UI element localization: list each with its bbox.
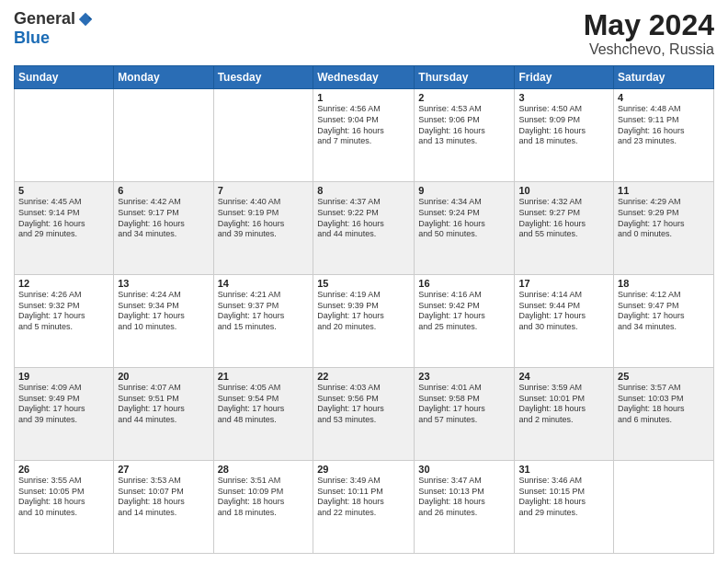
day-number: 29: [317, 464, 410, 475]
day-info: Sunrise: 3:49 AM Sunset: 10:11 PM Daylig…: [317, 476, 410, 519]
day-info: Sunrise: 4:07 AM Sunset: 9:51 PM Dayligh…: [118, 383, 209, 426]
day-number: 20: [118, 371, 209, 382]
day-number: 31: [518, 464, 609, 475]
col-thursday: Thursday: [415, 66, 515, 89]
day-info: Sunrise: 4:03 AM Sunset: 9:56 PM Dayligh…: [317, 383, 410, 426]
calendar-cell: 16Sunrise: 4:16 AM Sunset: 9:42 PM Dayli…: [415, 275, 515, 368]
day-info: Sunrise: 4:16 AM Sunset: 9:42 PM Dayligh…: [418, 290, 510, 333]
day-info: Sunrise: 4:21 AM Sunset: 9:37 PM Dayligh…: [218, 290, 310, 333]
calendar-cell: 2Sunrise: 4:53 AM Sunset: 9:06 PM Daylig…: [415, 89, 515, 182]
calendar-cell: 25Sunrise: 3:57 AM Sunset: 10:03 PM Dayl…: [614, 368, 714, 461]
calendar-cell: 21Sunrise: 4:05 AM Sunset: 9:54 PM Dayli…: [213, 368, 313, 461]
day-info: Sunrise: 4:24 AM Sunset: 9:34 PM Dayligh…: [118, 290, 209, 333]
calendar-header-row: Sunday Monday Tuesday Wednesday Thursday…: [15, 66, 714, 89]
day-number: 15: [317, 278, 410, 289]
calendar-cell: 10Sunrise: 4:32 AM Sunset: 9:27 PM Dayli…: [515, 182, 614, 275]
day-info: Sunrise: 4:37 AM Sunset: 9:22 PM Dayligh…: [317, 197, 410, 240]
calendar-cell: 1Sunrise: 4:56 AM Sunset: 9:04 PM Daylig…: [313, 89, 415, 182]
day-info: Sunrise: 4:05 AM Sunset: 9:54 PM Dayligh…: [218, 383, 310, 426]
calendar-week-row: 1Sunrise: 4:56 AM Sunset: 9:04 PM Daylig…: [15, 89, 714, 182]
day-info: Sunrise: 4:45 AM Sunset: 9:14 PM Dayligh…: [18, 197, 109, 240]
day-info: Sunrise: 3:47 AM Sunset: 10:13 PM Daylig…: [418, 476, 510, 519]
calendar-cell: 19Sunrise: 4:09 AM Sunset: 9:49 PM Dayli…: [15, 368, 114, 461]
header: General Blue May 2024 Veshchevo, Russia: [14, 9, 714, 58]
day-info: Sunrise: 4:19 AM Sunset: 9:39 PM Dayligh…: [317, 290, 410, 333]
day-number: 22: [317, 371, 410, 382]
day-number: 10: [518, 185, 609, 196]
calendar-cell: 23Sunrise: 4:01 AM Sunset: 9:58 PM Dayli…: [415, 368, 515, 461]
day-info: Sunrise: 4:40 AM Sunset: 9:19 PM Dayligh…: [218, 197, 310, 240]
calendar-cell: [213, 89, 313, 182]
day-info: Sunrise: 4:42 AM Sunset: 9:17 PM Dayligh…: [118, 197, 209, 240]
day-number: 9: [418, 185, 510, 196]
day-info: Sunrise: 4:14 AM Sunset: 9:44 PM Dayligh…: [518, 290, 609, 333]
col-saturday: Saturday: [614, 66, 714, 89]
calendar-cell: 5Sunrise: 4:45 AM Sunset: 9:14 PM Daylig…: [15, 182, 114, 275]
calendar-cell: 11Sunrise: 4:29 AM Sunset: 9:29 PM Dayli…: [614, 182, 714, 275]
day-number: 4: [618, 92, 710, 103]
calendar-cell: 31Sunrise: 3:46 AM Sunset: 10:15 PM Dayl…: [515, 461, 614, 554]
day-number: 7: [218, 185, 310, 196]
day-info: Sunrise: 4:56 AM Sunset: 9:04 PM Dayligh…: [317, 104, 410, 147]
main-title: May 2024: [584, 9, 714, 41]
col-monday: Monday: [114, 66, 213, 89]
day-number: 27: [118, 464, 209, 475]
day-info: Sunrise: 3:55 AM Sunset: 10:05 PM Daylig…: [18, 476, 109, 519]
calendar-cell: 7Sunrise: 4:40 AM Sunset: 9:19 PM Daylig…: [213, 182, 313, 275]
day-number: 3: [518, 92, 609, 103]
col-wednesday: Wednesday: [313, 66, 415, 89]
calendar-cell: 13Sunrise: 4:24 AM Sunset: 9:34 PM Dayli…: [114, 275, 213, 368]
calendar-cell: 20Sunrise: 4:07 AM Sunset: 9:51 PM Dayli…: [114, 368, 213, 461]
calendar-cell: 4Sunrise: 4:48 AM Sunset: 9:11 PM Daylig…: [614, 89, 714, 182]
title-block: May 2024 Veshchevo, Russia: [584, 9, 714, 58]
day-info: Sunrise: 4:01 AM Sunset: 9:58 PM Dayligh…: [418, 383, 510, 426]
day-info: Sunrise: 4:32 AM Sunset: 9:27 PM Dayligh…: [518, 197, 609, 240]
page: General Blue May 2024 Veshchevo, Russia …: [0, 0, 728, 563]
calendar-cell: 30Sunrise: 3:47 AM Sunset: 10:13 PM Dayl…: [415, 461, 515, 554]
calendar-cell: 27Sunrise: 3:53 AM Sunset: 10:07 PM Dayl…: [114, 461, 213, 554]
day-number: 25: [618, 371, 710, 382]
logo-blue-text: Blue: [14, 29, 50, 48]
day-number: 19: [18, 371, 109, 382]
day-info: Sunrise: 3:57 AM Sunset: 10:03 PM Daylig…: [618, 383, 710, 426]
day-info: Sunrise: 3:59 AM Sunset: 10:01 PM Daylig…: [518, 383, 609, 426]
day-info: Sunrise: 4:34 AM Sunset: 9:24 PM Dayligh…: [418, 197, 510, 240]
calendar-cell: 24Sunrise: 3:59 AM Sunset: 10:01 PM Dayl…: [515, 368, 614, 461]
day-number: 30: [418, 464, 510, 475]
col-tuesday: Tuesday: [213, 66, 313, 89]
day-info: Sunrise: 4:09 AM Sunset: 9:49 PM Dayligh…: [18, 383, 109, 426]
calendar-cell: 29Sunrise: 3:49 AM Sunset: 10:11 PM Dayl…: [313, 461, 415, 554]
calendar-cell: 26Sunrise: 3:55 AM Sunset: 10:05 PM Dayl…: [15, 461, 114, 554]
day-number: 21: [218, 371, 310, 382]
day-number: 17: [518, 278, 609, 289]
calendar-cell: 3Sunrise: 4:50 AM Sunset: 9:09 PM Daylig…: [515, 89, 614, 182]
logo-icon: [77, 11, 94, 28]
calendar-cell: 28Sunrise: 3:51 AM Sunset: 10:09 PM Dayl…: [213, 461, 313, 554]
calendar-cell: 15Sunrise: 4:19 AM Sunset: 9:39 PM Dayli…: [313, 275, 415, 368]
day-info: Sunrise: 4:53 AM Sunset: 9:06 PM Dayligh…: [418, 104, 510, 147]
calendar-cell: [614, 461, 714, 554]
day-info: Sunrise: 4:50 AM Sunset: 9:09 PM Dayligh…: [518, 104, 609, 147]
calendar-cell: 6Sunrise: 4:42 AM Sunset: 9:17 PM Daylig…: [114, 182, 213, 275]
day-number: 1: [317, 92, 410, 103]
day-number: 28: [218, 464, 310, 475]
col-friday: Friday: [515, 66, 614, 89]
day-number: 5: [18, 185, 109, 196]
col-sunday: Sunday: [15, 66, 114, 89]
day-number: 18: [618, 278, 710, 289]
day-number: 6: [118, 185, 209, 196]
day-number: 12: [18, 278, 109, 289]
calendar-week-row: 12Sunrise: 4:26 AM Sunset: 9:32 PM Dayli…: [15, 275, 714, 368]
calendar-cell: [15, 89, 114, 182]
day-info: Sunrise: 4:26 AM Sunset: 9:32 PM Dayligh…: [18, 290, 109, 333]
calendar-cell: 14Sunrise: 4:21 AM Sunset: 9:37 PM Dayli…: [213, 275, 313, 368]
subtitle: Veshchevo, Russia: [584, 41, 714, 58]
day-number: 2: [418, 92, 510, 103]
calendar-week-row: 5Sunrise: 4:45 AM Sunset: 9:14 PM Daylig…: [15, 182, 714, 275]
day-number: 26: [18, 464, 109, 475]
calendar-cell: 8Sunrise: 4:37 AM Sunset: 9:22 PM Daylig…: [313, 182, 415, 275]
day-info: Sunrise: 4:48 AM Sunset: 9:11 PM Dayligh…: [618, 104, 710, 147]
calendar-cell: 22Sunrise: 4:03 AM Sunset: 9:56 PM Dayli…: [313, 368, 415, 461]
day-number: 8: [317, 185, 410, 196]
day-info: Sunrise: 3:53 AM Sunset: 10:07 PM Daylig…: [118, 476, 209, 519]
